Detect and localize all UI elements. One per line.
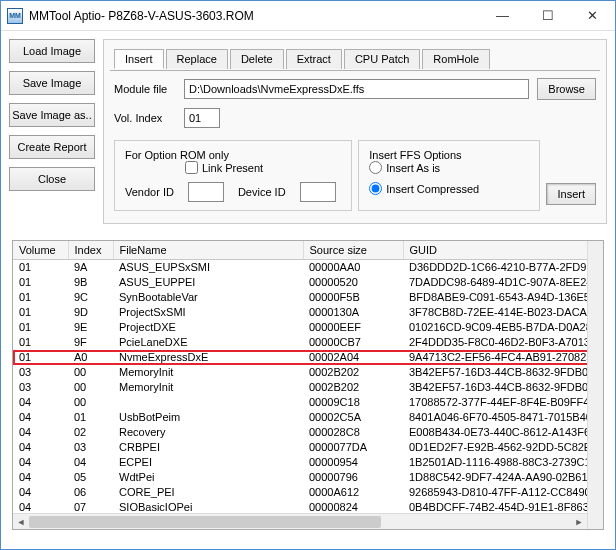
col-index[interactable]: Index bbox=[68, 241, 113, 260]
table-row[interactable]: 0402Recovery000028C8E008B434-0E73-440C-8… bbox=[13, 425, 603, 440]
table-row[interactable]: 0409CpuS3Peim00001490C866BD71-7C79-4BF1-… bbox=[13, 530, 603, 531]
table-row[interactable]: 0405WdtPei000007961D88C542-9DF7-424A-AA9… bbox=[13, 470, 603, 485]
table-row[interactable]: 019FPcieLaneDXE00000CB72F4DDD35-F8C0-46D… bbox=[13, 335, 603, 350]
table-row[interactable]: 0401UsbBotPeim00002C5A8401A046-6F70-4505… bbox=[13, 410, 603, 425]
cell-guid: 3B42EF57-16D3-44CB-8632-9FDB0E bbox=[403, 380, 603, 395]
cell-idx: 9F bbox=[68, 335, 113, 350]
table-row[interactable]: 019DProjectSxSMI0000130A3F78CB8D-72EE-41… bbox=[13, 305, 603, 320]
close-window-button[interactable]: ✕ bbox=[570, 1, 615, 30]
cell-guid: 0D1ED2F7-E92B-4562-92DD-5C82E bbox=[403, 440, 603, 455]
scroll-thumb[interactable] bbox=[29, 516, 381, 528]
table-row[interactable]: 0406CORE_PEI0000A61292685943-D810-47FF-A… bbox=[13, 485, 603, 500]
close-button[interactable]: Close bbox=[9, 167, 95, 191]
table-row[interactable]: 019EProjectDXE00000EEF010216CD-9C09-4EB5… bbox=[13, 320, 603, 335]
create-report-button[interactable]: Create Report bbox=[9, 135, 95, 159]
insert-as-is-radio[interactable] bbox=[369, 161, 382, 174]
vertical-scrollbar[interactable] bbox=[587, 241, 603, 529]
insert-compressed-radio[interactable] bbox=[369, 182, 382, 195]
cell-vol: 01 bbox=[13, 350, 68, 365]
vendor-id-input[interactable] bbox=[188, 182, 224, 202]
cell-idx: 03 bbox=[68, 440, 113, 455]
table-header-row: Volume Index FileName Source size GUID bbox=[13, 241, 603, 260]
link-present-label: Link Present bbox=[202, 162, 263, 174]
cell-idx: 00 bbox=[68, 365, 113, 380]
table-row[interactable]: 01A0NvmeExpressDxE00002A049A4713C2-EF56-… bbox=[13, 350, 603, 365]
cell-idx: 00 bbox=[68, 395, 113, 410]
col-source-size[interactable]: Source size bbox=[303, 241, 403, 260]
tab-extract[interactable]: Extract bbox=[286, 49, 342, 69]
cell-size: 00000AA0 bbox=[303, 260, 403, 275]
cell-size: 0002B202 bbox=[303, 380, 403, 395]
cell-size: 00000CB7 bbox=[303, 335, 403, 350]
tab-rom-hole[interactable]: RomHole bbox=[422, 49, 490, 69]
minimize-button[interactable]: — bbox=[480, 1, 525, 30]
col-filename[interactable]: FileName bbox=[113, 241, 303, 260]
cell-idx: 06 bbox=[68, 485, 113, 500]
module-file-label: Module file bbox=[114, 83, 176, 95]
cell-vol: 04 bbox=[13, 410, 68, 425]
table-row[interactable]: 019CSynBootableVar00000F5BBFD8ABE9-C091-… bbox=[13, 290, 603, 305]
cell-size: 0000077DA bbox=[303, 440, 403, 455]
scroll-right-icon[interactable]: ► bbox=[571, 514, 587, 530]
tab-insert[interactable]: Insert bbox=[114, 49, 164, 69]
module-file-input[interactable] bbox=[184, 79, 529, 99]
col-volume[interactable]: Volume bbox=[13, 241, 68, 260]
cell-vol: 01 bbox=[13, 290, 68, 305]
cell-file: SynBootableVar bbox=[113, 290, 303, 305]
cell-size: 00000796 bbox=[303, 470, 403, 485]
horizontal-scrollbar[interactable]: ◄ ► bbox=[13, 513, 587, 529]
link-present-checkbox[interactable] bbox=[185, 161, 198, 174]
ffs-options-legend: Insert FFS Options bbox=[369, 149, 461, 161]
cell-guid: 7DADDC98-6489-4D1C-907A-8EE24 bbox=[403, 275, 603, 290]
cell-file: ProjectDXE bbox=[113, 320, 303, 335]
vol-index-input[interactable] bbox=[184, 108, 220, 128]
browse-button[interactable]: Browse bbox=[537, 78, 596, 100]
cell-idx: 9E bbox=[68, 320, 113, 335]
cell-idx: 9D bbox=[68, 305, 113, 320]
cell-guid: 92685943-D810-47FF-A112-CC8490 bbox=[403, 485, 603, 500]
cell-file: WdtPei bbox=[113, 470, 303, 485]
table-row[interactable]: 019BASUS_EUPPEI000005207DADDC98-6489-4D1… bbox=[13, 275, 603, 290]
cell-file: ECPEI bbox=[113, 455, 303, 470]
cell-size: 0000A612 bbox=[303, 485, 403, 500]
cell-size: 00000F5B bbox=[303, 290, 403, 305]
cell-guid: C866BD71-7C79-4BF1-A93B-066FA bbox=[403, 530, 603, 531]
insert-compressed-label: Insert Compressed bbox=[386, 183, 479, 195]
option-rom-legend: For Option ROM only bbox=[125, 149, 229, 161]
cell-file: CRBPEI bbox=[113, 440, 303, 455]
tab-delete[interactable]: Delete bbox=[230, 49, 284, 69]
maximize-button[interactable]: ☐ bbox=[525, 1, 570, 30]
table-row[interactable]: 019AASUS_EUPSxSMI00000AA0D36DDD2D-1C66-4… bbox=[13, 260, 603, 275]
cell-vol: 04 bbox=[13, 470, 68, 485]
cell-vol: 03 bbox=[13, 365, 68, 380]
scroll-left-icon[interactable]: ◄ bbox=[13, 514, 29, 530]
cell-guid: 2F4DDD35-F8C0-46D2-B0F3-A7013 bbox=[403, 335, 603, 350]
cell-vol: 04 bbox=[13, 395, 68, 410]
cell-idx: 02 bbox=[68, 425, 113, 440]
cell-file: UsbBotPeim bbox=[113, 410, 303, 425]
tab-replace[interactable]: Replace bbox=[166, 49, 228, 69]
device-id-input[interactable] bbox=[300, 182, 336, 202]
cell-vol: 01 bbox=[13, 305, 68, 320]
cell-file: NvmeExpressDxE bbox=[113, 350, 303, 365]
table-row[interactable]: 0300MemoryInit0002B2023B42EF57-16D3-44CB… bbox=[13, 365, 603, 380]
col-guid[interactable]: GUID bbox=[403, 241, 603, 260]
cell-size: 0002B202 bbox=[303, 365, 403, 380]
table-row[interactable]: 0300MemoryInit0002B2023B42EF57-16D3-44CB… bbox=[13, 380, 603, 395]
insert-button[interactable]: Insert bbox=[546, 183, 596, 205]
cell-file: CpuS3Peim bbox=[113, 530, 303, 531]
cell-vol: 01 bbox=[13, 320, 68, 335]
cell-file: ASUS_EUPPEI bbox=[113, 275, 303, 290]
cell-vol: 01 bbox=[13, 275, 68, 290]
cell-size: 00001490 bbox=[303, 530, 403, 531]
table-row[interactable]: 0403CRBPEI0000077DA0D1ED2F7-E92B-4562-92… bbox=[13, 440, 603, 455]
cell-size: 00002C5A bbox=[303, 410, 403, 425]
save-image-button[interactable]: Save Image bbox=[9, 71, 95, 95]
load-image-button[interactable]: Load Image bbox=[9, 39, 95, 63]
table-row[interactable]: 040000009C1817088572-377F-44EF-8F4E-B09F… bbox=[13, 395, 603, 410]
table-row[interactable]: 0404ECPEI000009541B2501AD-1116-4988-88C3… bbox=[13, 455, 603, 470]
save-image-as-button[interactable]: Save Image as.. bbox=[9, 103, 95, 127]
cell-size: 00000954 bbox=[303, 455, 403, 470]
tab-cpu-patch[interactable]: CPU Patch bbox=[344, 49, 420, 69]
cell-size: 000028C8 bbox=[303, 425, 403, 440]
